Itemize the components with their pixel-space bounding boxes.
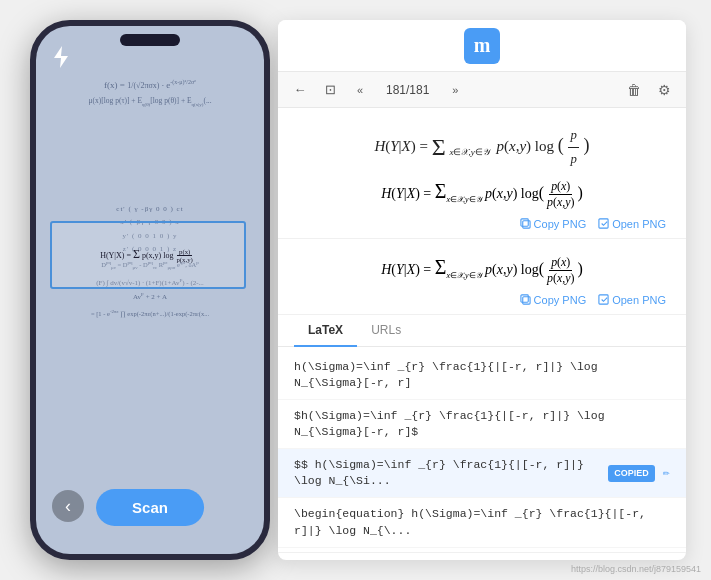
nav-back-button[interactable]: ← xyxy=(288,78,312,102)
latex-option-4[interactable]: \begin{equation} h(\Sigma)=\inf _{r} \fr… xyxy=(278,498,686,547)
nav-next-button[interactable]: » xyxy=(443,78,467,102)
phone-mockup: f(x) = 1/(√2πσx) · e-(x-μ)²/2σ² μ(x)[log… xyxy=(30,20,270,560)
phone-math-background: f(x) = 1/(√2πσx) · e-(x-μ)²/2σ² μ(x)[log… xyxy=(36,26,264,554)
latex-option-3-actions: COPIED ✏ xyxy=(608,465,670,482)
phone-screen: f(x) = 1/(√2πσx) · e-(x-μ)²/2σ² μ(x)[log… xyxy=(36,26,264,554)
nav-trash-button[interactable]: 🗑 xyxy=(622,78,646,102)
nav-counter: 181/181 xyxy=(378,83,437,97)
copied-badge: COPIED xyxy=(608,465,655,482)
svg-marker-0 xyxy=(54,46,68,68)
latex-option-3-text: $$ h(\Sigma)=\inf _{r} \frac{1}{|[-r, r]… xyxy=(294,457,608,489)
copy-png-button-2[interactable]: Copy PNG xyxy=(520,294,587,306)
tab-urls[interactable]: URLs xyxy=(357,315,415,347)
nav-prev-button[interactable]: « xyxy=(348,78,372,102)
right-panel: m ← ⊡ « 181/181 » 🗑 ⚙ H(Y|X) = Σ x∈𝒳,y∈𝒴… xyxy=(278,20,686,560)
nav-monitor-button[interactable]: ⊡ xyxy=(318,78,342,102)
svg-rect-2 xyxy=(521,219,528,226)
open-png-button-1[interactable]: Open PNG xyxy=(598,218,666,230)
tabs-row: LaTeX URLs xyxy=(278,315,686,347)
formula-display-1: H(Y|X) = Σ x∈𝒳,y∈𝒴 p(x,y) log ( p p ) xyxy=(298,124,666,171)
app-logo: m xyxy=(464,28,500,64)
latex-option-3[interactable]: $$ h(\Sigma)=\inf _{r} \frac{1}{|[-r, r]… xyxy=(278,449,686,498)
watermark: https://blog.csdn.net/j879159541 xyxy=(571,564,701,574)
panel-content: H(Y|X) = Σ x∈𝒳,y∈𝒴 p(x,y) log ( p p ) H(… xyxy=(278,108,686,560)
formula-selection-box: H(Y|X) = Σ p(x,y) logp(x)p(x,y) xyxy=(50,221,246,289)
navigation-bar: ← ⊡ « 181/181 » 🗑 ⚙ xyxy=(278,72,686,108)
panel-header: m xyxy=(278,20,686,72)
edit-icon[interactable]: ✏ xyxy=(663,465,670,482)
formula1-actions: Copy PNG Open PNG xyxy=(298,218,666,230)
svg-rect-3 xyxy=(599,219,608,228)
formula-result-block-2: H(Y|X) = Σx∈𝒳,y∈𝒴 p(x,y) log(p(x)p(x,y))… xyxy=(278,239,686,315)
phone-notch xyxy=(120,34,180,46)
bolt-icon xyxy=(52,46,70,68)
formula-result-block-1: H(Y|X) = Σ x∈𝒳,y∈𝒴 p(x,y) log ( p p ) H(… xyxy=(278,108,686,239)
formula2-actions: Copy PNG Open PNG xyxy=(298,294,666,306)
latex-option-4-text: \begin{equation} h(\Sigma)=\inf _{r} \fr… xyxy=(294,506,670,538)
confidence-section: Confidence xyxy=(278,552,686,560)
latex-options-list: h(\Sigma)=\inf _{r} \frac{1}{|[-r, r]|} … xyxy=(278,347,686,552)
tab-latex[interactable]: LaTeX xyxy=(294,315,357,347)
svg-rect-5 xyxy=(521,295,528,302)
copy-png-button-1[interactable]: Copy PNG xyxy=(520,218,587,230)
scan-button[interactable]: Scan xyxy=(96,489,204,526)
svg-rect-4 xyxy=(522,297,529,304)
phone-back-button[interactable]: ‹ xyxy=(52,490,84,522)
phone-app-header xyxy=(52,46,70,72)
latex-option-2[interactable]: $h(\Sigma)=\inf _{r} \frac{1}{|[-r, r]|}… xyxy=(278,400,686,449)
latex-option-2-text: $h(\Sigma)=\inf _{r} \frac{1}{|[-r, r]|}… xyxy=(294,408,670,440)
selected-formula-display: H(Y|X) = Σ p(x,y) logp(x)p(x,y) xyxy=(52,223,244,287)
latex-option-1[interactable]: h(\Sigma)=\inf _{r} \frac{1}{|[-r, r]|} … xyxy=(278,351,686,400)
formula1-rendered: H(Y|X) = Σx∈𝒳,y∈𝒴 p(x,y) log(p(x)p(x,y)) xyxy=(298,179,666,210)
formula2-rendered: H(Y|X) = Σx∈𝒳,y∈𝒴 p(x,y) log(p(x)p(x,y)) xyxy=(298,255,666,286)
nav-gear-button[interactable]: ⚙ xyxy=(652,78,676,102)
svg-rect-1 xyxy=(522,221,529,228)
svg-rect-6 xyxy=(599,295,608,304)
latex-option-1-text: h(\Sigma)=\inf _{r} \frac{1}{|[-r, r]|} … xyxy=(294,359,670,391)
open-png-button-2[interactable]: Open PNG xyxy=(598,294,666,306)
